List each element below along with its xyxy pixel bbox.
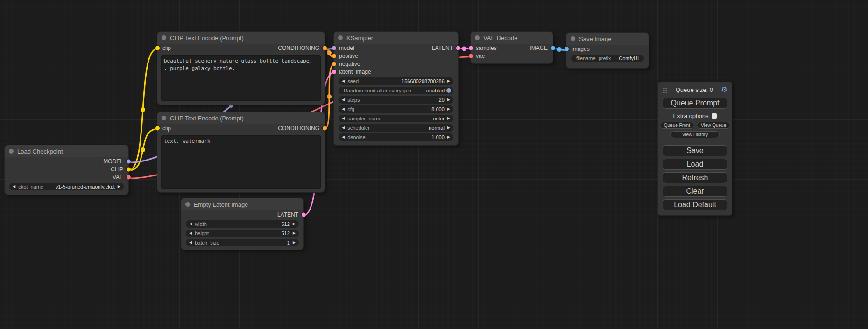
- empty-latent-image-title-bar[interactable]: Empty Latent Image: [181, 198, 303, 210]
- clip-input-dot[interactable]: [155, 46, 160, 50]
- right-arrow-icon[interactable]: ▶: [293, 239, 296, 246]
- ksampler-title-bar[interactable]: KSampler: [334, 32, 458, 44]
- collapse-dot-icon[interactable]: [338, 35, 343, 40]
- extra-options-row: Extra options: [658, 112, 732, 119]
- view-history-button[interactable]: View History: [670, 131, 720, 138]
- node-title: Empty Latent Image: [194, 201, 248, 208]
- clip-input-dot[interactable]: [155, 126, 160, 130]
- settings-gear-icon[interactable]: ⚙: [721, 85, 727, 94]
- node-graph-canvas[interactable]: Load Checkpoint MODEL CLIP VAE ◀ ckpt_na…: [0, 0, 868, 329]
- extra-options-checkbox[interactable]: [712, 113, 717, 119]
- ksampler-node[interactable]: KSampler model LATENT positive negative …: [334, 32, 458, 145]
- denoise-widget[interactable]: ◀ denoise 1.000 ▶: [339, 133, 453, 141]
- positive-prompt-textarea[interactable]: beautiful scenery nature glass bottle la…: [161, 55, 321, 101]
- refresh-button[interactable]: Refresh: [663, 172, 727, 183]
- model-output-label: MODEL: [103, 158, 123, 165]
- images-input-dot[interactable]: [565, 47, 569, 51]
- width-widget[interactable]: ◀ width 512 ▶: [186, 220, 299, 228]
- model-input-dot[interactable]: [332, 46, 336, 50]
- vae-input-dot[interactable]: [469, 54, 473, 58]
- load-button[interactable]: Load: [663, 159, 727, 170]
- negative-prompt-textarea[interactable]: text, watermark: [161, 135, 321, 189]
- clear-button[interactable]: Clear: [663, 186, 727, 197]
- save-image-node[interactable]: Save Image images filename_prefix ComfyU…: [566, 33, 649, 68]
- widget-value: ComfyUI: [619, 56, 639, 61]
- clip-text-encode-title-bar[interactable]: CLIP Text Encode (Prompt): [157, 32, 325, 44]
- right-arrow-icon[interactable]: ▶: [447, 77, 450, 85]
- toggle-on-icon[interactable]: [446, 88, 451, 93]
- queue-front-button[interactable]: Queue Front: [660, 122, 694, 129]
- conditioning-output-dot[interactable]: [323, 126, 327, 130]
- latent-output-dot[interactable]: [302, 212, 306, 217]
- view-queue-button[interactable]: View Queue: [697, 122, 730, 129]
- right-arrow-icon[interactable]: ▶: [447, 96, 450, 104]
- samples-input-dot[interactable]: [469, 46, 473, 50]
- collapse-dot-icon[interactable]: [162, 35, 166, 40]
- cfg-widget[interactable]: ◀ cfg 8.000 ▶: [339, 105, 453, 113]
- wire-midpoint-dot: [141, 107, 145, 112]
- vae-decode-title-bar[interactable]: VAE Decode: [471, 32, 553, 44]
- model-output-dot[interactable]: [127, 159, 131, 163]
- positive-input-label: positive: [339, 53, 358, 59]
- left-arrow-icon[interactable]: ◀: [342, 124, 345, 132]
- queue-menu-panel[interactable]: Queue size: 0 ⚙ Queue Prompt Extra optio…: [658, 82, 732, 215]
- left-arrow-icon[interactable]: ◀: [342, 133, 345, 141]
- node-title: VAE Decode: [483, 35, 517, 42]
- right-arrow-icon[interactable]: ▶: [447, 105, 450, 113]
- left-arrow-icon[interactable]: ◀: [189, 220, 192, 228]
- empty-latent-image-node[interactable]: Empty Latent Image LATENT ◀ width 512 ▶ …: [181, 198, 303, 250]
- right-arrow-icon[interactable]: ▶: [447, 133, 450, 141]
- save-image-title-bar[interactable]: Save Image: [566, 33, 649, 45]
- collapse-dot-icon[interactable]: [9, 149, 14, 154]
- left-arrow-icon[interactable]: ◀: [189, 239, 192, 246]
- collapse-dot-icon[interactable]: [571, 36, 575, 41]
- load-checkpoint-title-bar[interactable]: Load Checkpoint: [5, 145, 128, 157]
- node-title: CLIP Text Encode (Prompt): [170, 35, 244, 42]
- load-checkpoint-node[interactable]: Load Checkpoint MODEL CLIP VAE ◀ ckpt_na…: [5, 145, 128, 195]
- left-arrow-icon[interactable]: ◀: [189, 230, 192, 237]
- left-arrow-icon[interactable]: ◀: [342, 96, 345, 104]
- clip-input-label: clip: [162, 125, 171, 132]
- clip-text-encode-negative-node[interactable]: CLIP Text Encode (Prompt) clip CONDITION…: [157, 112, 325, 192]
- random-seed-toggle-widget[interactable]: Random seed after every gen enabled: [339, 87, 453, 94]
- latent-image-input-dot[interactable]: [332, 70, 336, 74]
- steps-widget[interactable]: ◀ steps 20 ▶: [339, 96, 453, 104]
- clip-text-encode-positive-node[interactable]: CLIP Text Encode (Prompt) clip CONDITION…: [157, 32, 325, 105]
- right-arrow-icon[interactable]: ▶: [447, 115, 450, 122]
- scheduler-widget[interactable]: ◀ scheduler normal ▶: [339, 124, 453, 132]
- save-button[interactable]: Save: [663, 145, 727, 156]
- height-widget[interactable]: ◀ height 512 ▶: [186, 230, 299, 237]
- right-arrow-icon[interactable]: ▶: [293, 230, 296, 237]
- positive-input-dot[interactable]: [332, 54, 336, 58]
- left-arrow-icon[interactable]: ◀: [342, 77, 345, 85]
- collapse-dot-icon[interactable]: [475, 35, 480, 40]
- latent-image-input-label: latent_image: [339, 69, 371, 75]
- vae-output-dot[interactable]: [127, 175, 131, 179]
- right-arrow-icon[interactable]: ▶: [293, 220, 296, 228]
- ckpt-name-widget[interactable]: ◀ ckpt_name v1-5-pruned-emaonly.ckpt ▶: [9, 183, 124, 190]
- image-output-dot[interactable]: [551, 46, 555, 50]
- clip-output-dot[interactable]: [127, 167, 131, 171]
- right-arrow-icon[interactable]: ▶: [447, 124, 450, 132]
- collapse-dot-icon[interactable]: [162, 116, 166, 120]
- vae-decode-node[interactable]: VAE Decode samples IMAGE vae: [471, 32, 553, 63]
- negative-input-dot[interactable]: [332, 62, 336, 66]
- seed-widget[interactable]: ◀ seed 156680208700286 ▶: [339, 77, 453, 85]
- sampler-name-widget[interactable]: ◀ sampler_name euler ▶: [339, 115, 453, 122]
- left-arrow-icon[interactable]: ◀: [13, 183, 15, 190]
- model-input-label: model: [339, 45, 354, 51]
- drag-handle-icon[interactable]: [663, 87, 667, 93]
- batch-size-widget[interactable]: ◀ batch_size 1 ▶: [186, 239, 299, 246]
- right-arrow-icon[interactable]: ▶: [118, 183, 120, 190]
- clip-text-encode-title-bar[interactable]: CLIP Text Encode (Prompt): [157, 112, 325, 124]
- left-arrow-icon[interactable]: ◀: [342, 105, 345, 113]
- latent-output-dot[interactable]: [456, 46, 460, 50]
- collapse-dot-icon[interactable]: [185, 202, 190, 207]
- filename-prefix-widget[interactable]: filename_prefix ComfyUI: [571, 55, 644, 62]
- queue-prompt-button[interactable]: Queue Prompt: [663, 98, 727, 109]
- samples-input-label: samples: [476, 45, 497, 51]
- conditioning-output-dot[interactable]: [323, 46, 327, 50]
- load-default-button[interactable]: Load Default: [663, 199, 727, 210]
- wire-midpoint-dot: [141, 147, 145, 152]
- left-arrow-icon[interactable]: ◀: [342, 115, 345, 122]
